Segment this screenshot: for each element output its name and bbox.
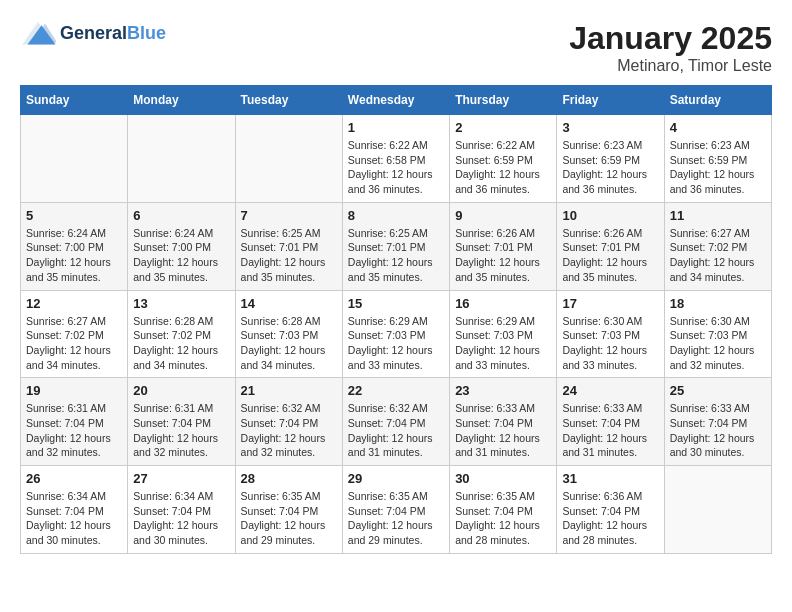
logo-icon bbox=[20, 20, 56, 48]
day-info: Sunrise: 6:22 AM Sunset: 6:58 PM Dayligh… bbox=[348, 138, 444, 197]
day-number: 2 bbox=[455, 120, 551, 135]
day-info: Sunrise: 6:30 AM Sunset: 7:03 PM Dayligh… bbox=[670, 314, 766, 373]
day-number: 11 bbox=[670, 208, 766, 223]
calendar-cell: 1Sunrise: 6:22 AM Sunset: 6:58 PM Daylig… bbox=[342, 115, 449, 203]
calendar-cell: 26Sunrise: 6:34 AM Sunset: 7:04 PM Dayli… bbox=[21, 466, 128, 554]
day-number: 9 bbox=[455, 208, 551, 223]
calendar-cell: 13Sunrise: 6:28 AM Sunset: 7:02 PM Dayli… bbox=[128, 290, 235, 378]
day-number: 6 bbox=[133, 208, 229, 223]
day-info: Sunrise: 6:33 AM Sunset: 7:04 PM Dayligh… bbox=[562, 401, 658, 460]
calendar-cell: 24Sunrise: 6:33 AM Sunset: 7:04 PM Dayli… bbox=[557, 378, 664, 466]
day-info: Sunrise: 6:32 AM Sunset: 7:04 PM Dayligh… bbox=[241, 401, 337, 460]
calendar-cell: 2Sunrise: 6:22 AM Sunset: 6:59 PM Daylig… bbox=[450, 115, 557, 203]
calendar-cell: 21Sunrise: 6:32 AM Sunset: 7:04 PM Dayli… bbox=[235, 378, 342, 466]
calendar-cell: 17Sunrise: 6:30 AM Sunset: 7:03 PM Dayli… bbox=[557, 290, 664, 378]
day-info: Sunrise: 6:34 AM Sunset: 7:04 PM Dayligh… bbox=[26, 489, 122, 548]
calendar-title: January 2025 bbox=[569, 20, 772, 57]
calendar-cell: 11Sunrise: 6:27 AM Sunset: 7:02 PM Dayli… bbox=[664, 202, 771, 290]
day-info: Sunrise: 6:27 AM Sunset: 7:02 PM Dayligh… bbox=[670, 226, 766, 285]
title-block: January 2025 Metinaro, Timor Leste bbox=[569, 20, 772, 75]
day-number: 25 bbox=[670, 383, 766, 398]
day-number: 4 bbox=[670, 120, 766, 135]
day-info: Sunrise: 6:31 AM Sunset: 7:04 PM Dayligh… bbox=[133, 401, 229, 460]
week-row-4: 19Sunrise: 6:31 AM Sunset: 7:04 PM Dayli… bbox=[21, 378, 772, 466]
day-info: Sunrise: 6:33 AM Sunset: 7:04 PM Dayligh… bbox=[670, 401, 766, 460]
calendar-cell: 9Sunrise: 6:26 AM Sunset: 7:01 PM Daylig… bbox=[450, 202, 557, 290]
calendar-cell: 28Sunrise: 6:35 AM Sunset: 7:04 PM Dayli… bbox=[235, 466, 342, 554]
day-number: 14 bbox=[241, 296, 337, 311]
calendar-cell bbox=[235, 115, 342, 203]
day-number: 27 bbox=[133, 471, 229, 486]
day-number: 10 bbox=[562, 208, 658, 223]
calendar-cell: 12Sunrise: 6:27 AM Sunset: 7:02 PM Dayli… bbox=[21, 290, 128, 378]
calendar-cell: 20Sunrise: 6:31 AM Sunset: 7:04 PM Dayli… bbox=[128, 378, 235, 466]
calendar-cell bbox=[128, 115, 235, 203]
calendar-cell: 29Sunrise: 6:35 AM Sunset: 7:04 PM Dayli… bbox=[342, 466, 449, 554]
calendar-subtitle: Metinaro, Timor Leste bbox=[569, 57, 772, 75]
calendar-header-row: SundayMondayTuesdayWednesdayThursdayFrid… bbox=[21, 86, 772, 115]
calendar-table: SundayMondayTuesdayWednesdayThursdayFrid… bbox=[20, 85, 772, 554]
day-number: 1 bbox=[348, 120, 444, 135]
day-info: Sunrise: 6:30 AM Sunset: 7:03 PM Dayligh… bbox=[562, 314, 658, 373]
calendar-cell: 7Sunrise: 6:25 AM Sunset: 7:01 PM Daylig… bbox=[235, 202, 342, 290]
header-day-friday: Friday bbox=[557, 86, 664, 115]
day-info: Sunrise: 6:35 AM Sunset: 7:04 PM Dayligh… bbox=[348, 489, 444, 548]
calendar-cell: 25Sunrise: 6:33 AM Sunset: 7:04 PM Dayli… bbox=[664, 378, 771, 466]
calendar-cell: 27Sunrise: 6:34 AM Sunset: 7:04 PM Dayli… bbox=[128, 466, 235, 554]
week-row-5: 26Sunrise: 6:34 AM Sunset: 7:04 PM Dayli… bbox=[21, 466, 772, 554]
page-header: GeneralBlue January 2025 Metinaro, Timor… bbox=[20, 20, 772, 75]
day-info: Sunrise: 6:26 AM Sunset: 7:01 PM Dayligh… bbox=[562, 226, 658, 285]
day-number: 12 bbox=[26, 296, 122, 311]
day-info: Sunrise: 6:23 AM Sunset: 6:59 PM Dayligh… bbox=[562, 138, 658, 197]
day-info: Sunrise: 6:29 AM Sunset: 7:03 PM Dayligh… bbox=[348, 314, 444, 373]
day-number: 5 bbox=[26, 208, 122, 223]
calendar-cell: 22Sunrise: 6:32 AM Sunset: 7:04 PM Dayli… bbox=[342, 378, 449, 466]
day-number: 31 bbox=[562, 471, 658, 486]
calendar-cell: 5Sunrise: 6:24 AM Sunset: 7:00 PM Daylig… bbox=[21, 202, 128, 290]
day-info: Sunrise: 6:23 AM Sunset: 6:59 PM Dayligh… bbox=[670, 138, 766, 197]
day-info: Sunrise: 6:36 AM Sunset: 7:04 PM Dayligh… bbox=[562, 489, 658, 548]
day-info: Sunrise: 6:35 AM Sunset: 7:04 PM Dayligh… bbox=[455, 489, 551, 548]
calendar-cell: 15Sunrise: 6:29 AM Sunset: 7:03 PM Dayli… bbox=[342, 290, 449, 378]
day-info: Sunrise: 6:25 AM Sunset: 7:01 PM Dayligh… bbox=[348, 226, 444, 285]
week-row-2: 5Sunrise: 6:24 AM Sunset: 7:00 PM Daylig… bbox=[21, 202, 772, 290]
calendar-cell: 4Sunrise: 6:23 AM Sunset: 6:59 PM Daylig… bbox=[664, 115, 771, 203]
day-number: 17 bbox=[562, 296, 658, 311]
day-number: 29 bbox=[348, 471, 444, 486]
day-number: 30 bbox=[455, 471, 551, 486]
day-number: 18 bbox=[670, 296, 766, 311]
calendar-cell: 10Sunrise: 6:26 AM Sunset: 7:01 PM Dayli… bbox=[557, 202, 664, 290]
day-number: 19 bbox=[26, 383, 122, 398]
day-number: 22 bbox=[348, 383, 444, 398]
calendar-cell: 3Sunrise: 6:23 AM Sunset: 6:59 PM Daylig… bbox=[557, 115, 664, 203]
week-row-1: 1Sunrise: 6:22 AM Sunset: 6:58 PM Daylig… bbox=[21, 115, 772, 203]
calendar-cell bbox=[664, 466, 771, 554]
day-info: Sunrise: 6:26 AM Sunset: 7:01 PM Dayligh… bbox=[455, 226, 551, 285]
day-info: Sunrise: 6:22 AM Sunset: 6:59 PM Dayligh… bbox=[455, 138, 551, 197]
calendar-cell: 14Sunrise: 6:28 AM Sunset: 7:03 PM Dayli… bbox=[235, 290, 342, 378]
day-number: 16 bbox=[455, 296, 551, 311]
logo: GeneralBlue bbox=[20, 20, 166, 48]
calendar-cell: 18Sunrise: 6:30 AM Sunset: 7:03 PM Dayli… bbox=[664, 290, 771, 378]
calendar-cell: 16Sunrise: 6:29 AM Sunset: 7:03 PM Dayli… bbox=[450, 290, 557, 378]
calendar-cell: 8Sunrise: 6:25 AM Sunset: 7:01 PM Daylig… bbox=[342, 202, 449, 290]
day-number: 3 bbox=[562, 120, 658, 135]
day-info: Sunrise: 6:33 AM Sunset: 7:04 PM Dayligh… bbox=[455, 401, 551, 460]
calendar-cell: 30Sunrise: 6:35 AM Sunset: 7:04 PM Dayli… bbox=[450, 466, 557, 554]
day-number: 15 bbox=[348, 296, 444, 311]
day-info: Sunrise: 6:24 AM Sunset: 7:00 PM Dayligh… bbox=[26, 226, 122, 285]
day-number: 13 bbox=[133, 296, 229, 311]
day-number: 28 bbox=[241, 471, 337, 486]
day-info: Sunrise: 6:28 AM Sunset: 7:03 PM Dayligh… bbox=[241, 314, 337, 373]
week-row-3: 12Sunrise: 6:27 AM Sunset: 7:02 PM Dayli… bbox=[21, 290, 772, 378]
day-info: Sunrise: 6:28 AM Sunset: 7:02 PM Dayligh… bbox=[133, 314, 229, 373]
day-number: 8 bbox=[348, 208, 444, 223]
day-number: 21 bbox=[241, 383, 337, 398]
header-day-saturday: Saturday bbox=[664, 86, 771, 115]
header-day-thursday: Thursday bbox=[450, 86, 557, 115]
day-number: 26 bbox=[26, 471, 122, 486]
calendar-cell bbox=[21, 115, 128, 203]
day-info: Sunrise: 6:31 AM Sunset: 7:04 PM Dayligh… bbox=[26, 401, 122, 460]
day-info: Sunrise: 6:34 AM Sunset: 7:04 PM Dayligh… bbox=[133, 489, 229, 548]
header-day-wednesday: Wednesday bbox=[342, 86, 449, 115]
